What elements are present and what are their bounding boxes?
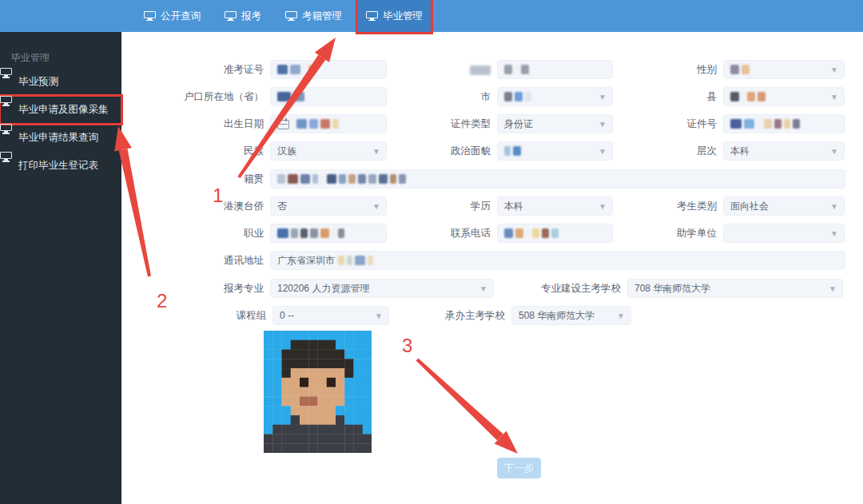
sidebar-item-2[interactable]: 毕业申请及图像采集: [0, 96, 121, 124]
nav-tab-label: 考籍管理: [302, 10, 342, 23]
redacted-block: [747, 92, 755, 101]
gatq-select[interactable]: 否▼: [270, 196, 387, 216]
xb-label: 性别: [597, 60, 717, 79]
zzmm-select[interactable]: ▼: [497, 141, 613, 161]
redacted-block: [332, 119, 339, 129]
zxdw-select[interactable]: ▼: [723, 224, 845, 243]
redacted-block: [358, 174, 366, 184]
top-nav-bar: 公开查询报考考籍管理毕业管理: [0, 0, 863, 32]
sidebar: 毕业管理 毕业预测毕业申请及图像采集毕业申请结果查询打印毕业生登记表: [0, 32, 121, 504]
gatq-value: 否: [277, 200, 287, 213]
chevron-down-icon: ▼: [830, 229, 838, 238]
redacted-block: [515, 228, 523, 238]
redacted-block: [551, 228, 559, 238]
cbzk-label: 承办主考学校: [385, 306, 505, 325]
kcz-value: 0 --: [280, 310, 294, 321]
sidebar-item-label: 毕业申请及图像采集: [18, 103, 109, 117]
sidebar-item-label: 打印毕业生登记表: [18, 159, 98, 173]
redacted-block: [390, 174, 396, 184]
xb-select[interactable]: ▼: [723, 60, 845, 79]
zkzh-label: 准考证号: [144, 60, 264, 79]
redacted-block: [368, 256, 373, 265]
redacted-block: [293, 92, 304, 101]
xl-value: 本科: [504, 200, 523, 213]
nav-tab-label: 公开查询: [161, 10, 201, 23]
zy-label: 职业: [144, 224, 264, 243]
kcz-label: 课程组: [146, 306, 266, 325]
hkszd-input[interactable]: [270, 87, 387, 106]
redacted-block: [312, 174, 318, 184]
kcz-select[interactable]: 0 --▼: [272, 306, 389, 325]
zxdw-label: 助学单位: [597, 224, 717, 243]
xl-select[interactable]: 本科▼: [497, 196, 613, 216]
zy-input[interactable]: [270, 224, 387, 243]
zjlx-select[interactable]: 身份证▼: [497, 114, 613, 133]
graduation-management-app: 公开查询报考考籍管理毕业管理 毕业管理 毕业预测毕业申请及图像采集毕业申请结果查…: [0, 0, 863, 504]
sidebar-item-1[interactable]: 毕业预测: [0, 68, 121, 96]
redacted-block: [784, 119, 790, 129]
nav-tab-4[interactable]: 毕业管理: [358, 0, 431, 32]
chevron-down-icon: ▼: [375, 312, 383, 320]
cc-value: 本科: [730, 145, 750, 158]
redacted-block: [327, 174, 336, 184]
redacted-block: [764, 119, 772, 129]
chevron-down-icon: ▼: [617, 312, 625, 320]
sidebar-item-4[interactable]: 打印毕业生登记表: [0, 152, 121, 180]
chevron-down-icon: ▼: [830, 202, 838, 211]
redacted-block: [542, 228, 549, 238]
redacted-block: [742, 92, 745, 101]
redacted-block: [320, 228, 329, 238]
chevron-down-icon: ▼: [830, 65, 838, 74]
redacted-block: [526, 228, 530, 238]
cbzk-select[interactable]: 508 华南师范大学▼: [511, 306, 631, 325]
zkzh-input[interactable]: [270, 60, 387, 79]
monitor-icon: [285, 11, 297, 22]
redacted-block: [521, 65, 529, 74]
annotation-number-3: 3: [402, 335, 412, 356]
redacted-block: [515, 92, 523, 101]
redacted-block: [309, 119, 318, 129]
redacted-block: [532, 228, 539, 238]
nav-tab-3[interactable]: 考籍管理: [277, 0, 350, 32]
redacted-block: [291, 228, 298, 238]
nav-tab-2[interactable]: 报考: [217, 0, 269, 32]
nav-tab-label: 毕业管理: [383, 10, 423, 23]
xian-select[interactable]: ▼: [723, 87, 845, 106]
sidebar-item-3[interactable]: 毕业申请结果查询: [0, 124, 121, 152]
zyjs-label: 专业建设主考学校: [501, 279, 621, 298]
redacted-block: [277, 174, 285, 184]
kslb-select[interactable]: 面向社会▼: [723, 196, 845, 216]
sidebar-item-label: 毕业预测: [18, 75, 58, 89]
cc-select[interactable]: 本科▼: [723, 141, 845, 161]
mz-label: 民族: [144, 141, 264, 161]
redacted-block: [300, 174, 310, 184]
redacted-block: [368, 174, 376, 184]
mz-select[interactable]: 汉族▼: [270, 141, 387, 161]
zzmm-label: 政治面貌: [371, 141, 491, 161]
zjh-input[interactable]: [723, 114, 845, 133]
redacted-block: [355, 256, 365, 265]
redacted-block: [310, 228, 318, 238]
zyjs-select[interactable]: 708 华南师范大学▼: [627, 279, 843, 298]
redacted-block: [290, 65, 300, 74]
redacted-block: [757, 119, 762, 129]
nav-tab-label: 报考: [241, 10, 261, 23]
xm-input[interactable]: [497, 60, 613, 79]
jg-input[interactable]: [270, 169, 845, 189]
zjh-label: 证件号: [597, 114, 717, 133]
nav-tab-1[interactable]: 公开查询: [136, 0, 209, 32]
shi-select[interactable]: ▼: [497, 87, 613, 106]
redacted-block: [793, 119, 800, 129]
redacted-block: [339, 174, 346, 184]
calendar-icon: [277, 118, 290, 130]
bkzy-select[interactable]: 120206 人力资源管理▼: [270, 279, 494, 298]
lxdh-input[interactable]: [497, 224, 613, 243]
csrq-input[interactable]: [270, 114, 387, 133]
xl-label: 学历: [371, 196, 491, 216]
cbzk-value: 508 华南师范大学: [519, 309, 595, 323]
sidebar-item-label: 毕业申请结果查询: [18, 131, 98, 145]
redacted-block: [320, 174, 324, 184]
next-step-button[interactable]: 下一步: [497, 458, 541, 478]
gatq-label: 港澳台侨: [144, 196, 264, 216]
txdz-input[interactable]: 广东省深圳市: [270, 251, 845, 270]
